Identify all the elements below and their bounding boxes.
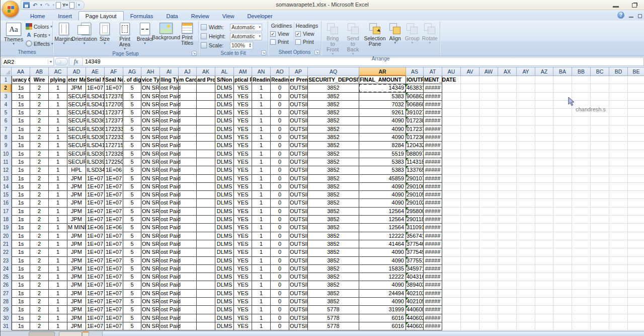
cell-AD1[interactable]: eter Ma bbox=[67, 76, 86, 84]
cell-BE5[interactable] bbox=[628, 109, 644, 117]
cell-AT16[interactable]: ##### bbox=[424, 199, 442, 207]
cell-AB25[interactable]: 2 bbox=[30, 273, 49, 281]
cell-AK17[interactable] bbox=[197, 208, 215, 216]
cell-AL24[interactable]: DLMS bbox=[215, 265, 234, 273]
cell-AN20[interactable]: 1 bbox=[252, 232, 271, 240]
cell-AF25[interactable]: 1E+07 bbox=[105, 273, 123, 281]
cell-AY24[interactable] bbox=[517, 265, 535, 273]
cell-AS12[interactable]: 133765 bbox=[406, 166, 424, 174]
cell-AG31[interactable]: 5 bbox=[123, 322, 141, 330]
cell-BA22[interactable] bbox=[553, 248, 572, 256]
cell-AM5[interactable]: YES bbox=[234, 109, 252, 117]
cell-AP21[interactable]: OUTSIDE bbox=[289, 240, 308, 248]
cell-AA30[interactable]: 1s bbox=[12, 314, 30, 322]
cell-AU23[interactable] bbox=[442, 257, 461, 265]
column-header-AD[interactable]: AD bbox=[67, 68, 86, 76]
cell-AW12[interactable] bbox=[479, 166, 498, 174]
cell-AM13[interactable]: YES bbox=[234, 175, 252, 183]
cell-AX23[interactable] bbox=[498, 257, 517, 265]
cell-BD3[interactable] bbox=[609, 93, 628, 101]
cell-AN18[interactable]: 1 bbox=[252, 216, 271, 224]
cell-AV9[interactable] bbox=[461, 142, 479, 150]
cell-AE31[interactable]: 1E+07 bbox=[86, 322, 105, 330]
cell-AY19[interactable] bbox=[517, 224, 535, 232]
cell-AJ27[interactable] bbox=[179, 290, 197, 298]
cell-AR23[interactable]: 4090 bbox=[359, 257, 406, 265]
row-header-19[interactable]: 19 bbox=[1, 224, 12, 232]
cell-AV10[interactable] bbox=[461, 150, 479, 158]
cell-AZ11[interactable] bbox=[535, 158, 553, 166]
cell-AR6[interactable]: 4090 bbox=[359, 117, 406, 125]
cell-AT10[interactable]: ##### bbox=[424, 150, 442, 158]
cell-AL30[interactable]: DLMS bbox=[215, 314, 234, 322]
cell-AD25[interactable]: JPM bbox=[67, 273, 86, 281]
cell-AO1[interactable]: Reading bbox=[271, 76, 289, 84]
cell-BE12[interactable] bbox=[628, 166, 644, 174]
row-header-14[interactable]: 14 bbox=[1, 183, 12, 191]
headings-print-checkbox[interactable]: Print bbox=[295, 38, 314, 46]
cell-AO13[interactable]: 0 bbox=[271, 175, 289, 183]
cell-AY21[interactable] bbox=[517, 240, 535, 248]
cell-AY12[interactable] bbox=[517, 166, 535, 174]
cell-AD9[interactable]: SECURE bbox=[67, 142, 86, 150]
cell-AT2[interactable]: ##### bbox=[424, 84, 442, 92]
cell-AC21[interactable]: 1 bbox=[49, 240, 67, 248]
cell-AU9[interactable] bbox=[442, 142, 461, 150]
selection-pane-button[interactable]: ➤Selection Pane bbox=[363, 22, 387, 47]
cell-AI13[interactable]: ost Paid bbox=[160, 175, 179, 183]
cell-AZ10[interactable] bbox=[535, 150, 553, 158]
cell-BD12[interactable] bbox=[609, 166, 628, 174]
cell-BC19[interactable] bbox=[591, 224, 609, 232]
cell-AS26[interactable]: 389403 bbox=[406, 281, 424, 289]
column-header-AR[interactable]: AR bbox=[359, 68, 406, 76]
cell-AD18[interactable]: JPM bbox=[67, 216, 86, 224]
cell-AE30[interactable]: 1E+07 bbox=[86, 314, 105, 322]
cell-AQ31[interactable]: 5778 bbox=[308, 322, 359, 330]
cell-AJ31[interactable] bbox=[179, 322, 197, 330]
cell-BA26[interactable] bbox=[553, 281, 572, 289]
cell-AB29[interactable]: 2 bbox=[30, 306, 49, 314]
cell-AA6[interactable]: 1s bbox=[12, 117, 30, 125]
cell-AI22[interactable]: ost Paid bbox=[160, 248, 179, 256]
cell-AQ30[interactable]: 5778 bbox=[308, 314, 359, 322]
cell-BD22[interactable] bbox=[609, 248, 628, 256]
cell-BB28[interactable] bbox=[572, 298, 591, 306]
cell-AD27[interactable]: JPM bbox=[67, 290, 86, 298]
cell-AU19[interactable] bbox=[442, 224, 461, 232]
column-header-AL[interactable]: AL bbox=[215, 68, 234, 76]
name-box[interactable]: AR2▾ bbox=[2, 57, 54, 66]
cell-BE31[interactable] bbox=[628, 322, 644, 330]
cell-AI25[interactable]: ost Paid bbox=[160, 273, 179, 281]
cell-AG25[interactable]: 5 bbox=[123, 273, 141, 281]
cell-AQ5[interactable]: 3852 bbox=[308, 109, 359, 117]
cell-AM19[interactable]: YES bbox=[234, 224, 252, 232]
cell-AC5[interactable]: 1 bbox=[49, 109, 67, 117]
cell-AS20[interactable]: 356741 bbox=[406, 232, 424, 240]
cell-AV24[interactable] bbox=[461, 265, 479, 273]
cell-AR31[interactable]: 6016 bbox=[359, 322, 406, 330]
sheet-options-launcher-icon[interactable]: ↘ bbox=[314, 50, 319, 55]
cell-BA17[interactable] bbox=[553, 208, 572, 216]
cell-AN24[interactable]: 1 bbox=[252, 265, 271, 273]
cell-AQ2[interactable]: 3852 bbox=[308, 84, 359, 92]
cell-AW22[interactable] bbox=[479, 248, 498, 256]
cell-AZ12[interactable] bbox=[535, 166, 553, 174]
cell-AO8[interactable]: 0 bbox=[271, 133, 289, 142]
cell-AH16[interactable]: ON SRB bbox=[141, 199, 160, 207]
cell-AN14[interactable]: 1 bbox=[252, 183, 271, 191]
cell-AP14[interactable]: OUTSIDE bbox=[289, 183, 308, 191]
row-header-6[interactable]: 6 bbox=[1, 117, 12, 125]
cell-AZ25[interactable] bbox=[535, 273, 553, 281]
cell-AW24[interactable] bbox=[479, 265, 498, 273]
cell-AF8[interactable]: 172233 bbox=[105, 133, 123, 142]
cell-AA21[interactable]: 1s bbox=[12, 240, 30, 248]
cell-AW11[interactable] bbox=[479, 158, 498, 166]
cell-AW10[interactable] bbox=[479, 150, 498, 158]
cell-AC15[interactable]: 1 bbox=[49, 191, 67, 199]
cell-AZ5[interactable] bbox=[535, 109, 553, 117]
cell-AC16[interactable]: 1 bbox=[49, 199, 67, 207]
cell-AF13[interactable]: 1E+07 bbox=[105, 175, 123, 183]
effects-button[interactable]: Effects▾ bbox=[25, 39, 54, 48]
cell-AD15[interactable]: JPM bbox=[67, 191, 86, 199]
cell-AN5[interactable]: 1 bbox=[252, 109, 271, 117]
